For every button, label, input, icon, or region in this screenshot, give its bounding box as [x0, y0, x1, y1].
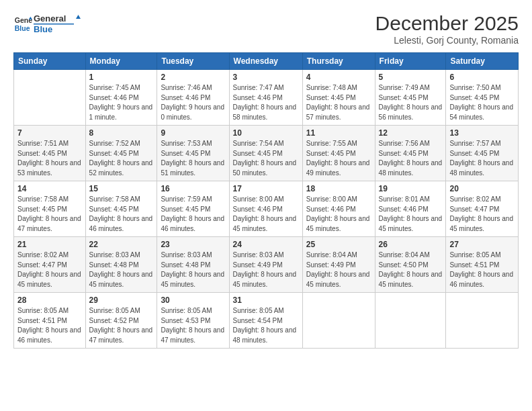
day-info: Sunrise: 8:03 AMSunset: 4:48 PMDaylight:… — [89, 250, 154, 289]
day-cell: 14Sunrise: 7:58 AMSunset: 4:45 PMDayligh… — [14, 181, 86, 237]
day-cell: 26Sunrise: 8:04 AMSunset: 4:50 PMDayligh… — [375, 237, 446, 293]
day-info: Sunrise: 7:48 AMSunset: 4:45 PMDaylight:… — [306, 83, 371, 122]
day-info: Sunrise: 7:46 AMSunset: 4:46 PMDaylight:… — [161, 83, 225, 122]
week-row-0: 1Sunrise: 7:45 AMSunset: 4:46 PMDaylight… — [14, 70, 519, 126]
day-info: Sunrise: 8:03 AMSunset: 4:49 PMDaylight:… — [233, 250, 299, 289]
day-cell: 18Sunrise: 8:00 AMSunset: 4:46 PMDayligh… — [302, 181, 375, 237]
day-number: 19 — [379, 184, 443, 193]
day-number: 17 — [233, 184, 299, 193]
svg-text:General: General — [15, 16, 32, 24]
day-number: 15 — [89, 184, 154, 193]
day-cell: 3Sunrise: 7:47 AMSunset: 4:46 PMDaylight… — [229, 70, 302, 126]
day-info: Sunrise: 7:45 AMSunset: 4:46 PMDaylight:… — [89, 83, 154, 122]
day-cell: 13Sunrise: 7:57 AMSunset: 4:45 PMDayligh… — [446, 126, 519, 181]
day-cell: 31Sunrise: 8:05 AMSunset: 4:54 PMDayligh… — [229, 293, 302, 349]
day-info: Sunrise: 8:04 AMSunset: 4:49 PMDaylight:… — [306, 250, 371, 289]
day-number: 20 — [449, 184, 515, 193]
day-number: 9 — [161, 128, 225, 138]
col-monday: Monday — [85, 53, 157, 70]
day-info: Sunrise: 7:58 AMSunset: 4:45 PMDaylight:… — [89, 195, 154, 234]
svg-text:General: General — [34, 13, 66, 24]
day-info: Sunrise: 8:05 AMSunset: 4:53 PMDaylight:… — [161, 306, 225, 345]
month-title: December 2025 — [375, 12, 519, 35]
day-cell: 30Sunrise: 8:05 AMSunset: 4:53 PMDayligh… — [157, 293, 229, 349]
page: General Blue General Blue December 2025 … — [0, 0, 532, 411]
day-number: 12 — [379, 128, 443, 138]
day-number: 3 — [233, 73, 299, 82]
col-tuesday: Tuesday — [157, 53, 229, 70]
day-cell: 19Sunrise: 8:01 AMSunset: 4:46 PMDayligh… — [375, 181, 446, 237]
day-number: 5 — [379, 73, 443, 82]
day-info: Sunrise: 7:56 AMSunset: 4:45 PMDaylight:… — [379, 139, 443, 178]
col-wednesday: Wednesday — [229, 53, 302, 70]
day-number: 26 — [379, 240, 443, 249]
day-number: 23 — [161, 240, 225, 249]
day-info: Sunrise: 7:53 AMSunset: 4:45 PMDaylight:… — [161, 139, 225, 178]
day-number: 31 — [233, 295, 299, 305]
logo-svg: General Blue — [34, 12, 87, 36]
title-section: December 2025 Lelesti, Gorj County, Roma… — [375, 12, 519, 46]
day-cell: 11Sunrise: 7:55 AMSunset: 4:45 PMDayligh… — [302, 126, 375, 181]
calendar-table: Sunday Monday Tuesday Wednesday Thursday… — [13, 52, 519, 349]
day-info: Sunrise: 7:47 AMSunset: 4:46 PMDaylight:… — [233, 83, 299, 122]
location-subtitle: Lelesti, Gorj County, Romania — [375, 35, 519, 46]
day-cell — [14, 70, 86, 126]
day-cell: 17Sunrise: 8:00 AMSunset: 4:46 PMDayligh… — [229, 181, 302, 237]
day-number: 6 — [449, 73, 515, 82]
day-number: 16 — [161, 184, 225, 193]
day-number: 21 — [17, 240, 82, 249]
day-number: 28 — [17, 295, 82, 305]
logo: General Blue General Blue — [13, 12, 87, 36]
day-info: Sunrise: 8:00 AMSunset: 4:46 PMDaylight:… — [306, 195, 371, 234]
day-cell: 9Sunrise: 7:53 AMSunset: 4:45 PMDaylight… — [157, 126, 229, 181]
week-row-2: 14Sunrise: 7:58 AMSunset: 4:45 PMDayligh… — [14, 181, 519, 237]
day-number: 14 — [17, 184, 82, 193]
svg-text:Blue: Blue — [34, 24, 52, 34]
day-cell: 27Sunrise: 8:05 AMSunset: 4:51 PMDayligh… — [446, 237, 519, 293]
day-cell: 28Sunrise: 8:05 AMSunset: 4:51 PMDayligh… — [14, 293, 86, 349]
col-sunday: Sunday — [14, 53, 86, 70]
day-cell: 7Sunrise: 7:51 AMSunset: 4:45 PMDaylight… — [14, 126, 86, 181]
day-number: 13 — [449, 128, 515, 138]
header: General Blue General Blue December 2025 … — [13, 12, 519, 46]
day-number: 18 — [306, 184, 371, 193]
day-info: Sunrise: 7:54 AMSunset: 4:45 PMDaylight:… — [233, 139, 299, 178]
day-number: 30 — [161, 295, 225, 305]
day-number: 2 — [161, 73, 225, 82]
day-number: 10 — [233, 128, 299, 138]
day-info: Sunrise: 8:01 AMSunset: 4:46 PMDaylight:… — [379, 195, 443, 234]
day-cell: 16Sunrise: 7:59 AMSunset: 4:45 PMDayligh… — [157, 181, 229, 237]
day-cell: 1Sunrise: 7:45 AMSunset: 4:46 PMDaylight… — [85, 70, 157, 126]
col-friday: Friday — [375, 53, 446, 70]
day-info: Sunrise: 8:00 AMSunset: 4:46 PMDaylight:… — [233, 195, 299, 234]
day-info: Sunrise: 8:05 AMSunset: 4:51 PMDaylight:… — [17, 306, 82, 345]
day-cell: 8Sunrise: 7:52 AMSunset: 4:45 PMDaylight… — [85, 126, 157, 181]
day-cell: 12Sunrise: 7:56 AMSunset: 4:45 PMDayligh… — [375, 126, 446, 181]
day-cell: 20Sunrise: 8:02 AMSunset: 4:47 PMDayligh… — [446, 181, 519, 237]
col-saturday: Saturday — [446, 53, 519, 70]
day-info: Sunrise: 8:02 AMSunset: 4:47 PMDaylight:… — [449, 195, 515, 234]
week-row-4: 28Sunrise: 8:05 AMSunset: 4:51 PMDayligh… — [14, 293, 519, 349]
day-cell: 2Sunrise: 7:46 AMSunset: 4:46 PMDaylight… — [157, 70, 229, 126]
day-number: 29 — [89, 295, 154, 305]
day-info: Sunrise: 8:05 AMSunset: 4:51 PMDaylight:… — [449, 250, 515, 289]
day-cell: 29Sunrise: 8:05 AMSunset: 4:52 PMDayligh… — [85, 293, 157, 349]
logo-icon: General Blue — [13, 15, 32, 34]
day-cell: 10Sunrise: 7:54 AMSunset: 4:45 PMDayligh… — [229, 126, 302, 181]
day-cell: 4Sunrise: 7:48 AMSunset: 4:45 PMDaylight… — [302, 70, 375, 126]
day-cell: 25Sunrise: 8:04 AMSunset: 4:49 PMDayligh… — [302, 237, 375, 293]
day-info: Sunrise: 8:05 AMSunset: 4:52 PMDaylight:… — [89, 306, 154, 345]
day-cell: 5Sunrise: 7:49 AMSunset: 4:45 PMDaylight… — [375, 70, 446, 126]
day-cell: 6Sunrise: 7:50 AMSunset: 4:45 PMDaylight… — [446, 70, 519, 126]
day-number: 8 — [89, 128, 154, 138]
day-number: 25 — [306, 240, 371, 249]
svg-marker-6 — [76, 15, 81, 19]
day-info: Sunrise: 7:52 AMSunset: 4:45 PMDaylight:… — [89, 139, 154, 178]
day-number: 4 — [306, 73, 371, 82]
day-info: Sunrise: 7:58 AMSunset: 4:45 PMDaylight:… — [17, 195, 82, 234]
day-info: Sunrise: 7:50 AMSunset: 4:45 PMDaylight:… — [449, 83, 515, 122]
day-info: Sunrise: 8:02 AMSunset: 4:47 PMDaylight:… — [17, 250, 82, 289]
header-row: Sunday Monday Tuesday Wednesday Thursday… — [14, 53, 519, 70]
day-cell: 21Sunrise: 8:02 AMSunset: 4:47 PMDayligh… — [14, 237, 86, 293]
week-row-3: 21Sunrise: 8:02 AMSunset: 4:47 PMDayligh… — [14, 237, 519, 293]
